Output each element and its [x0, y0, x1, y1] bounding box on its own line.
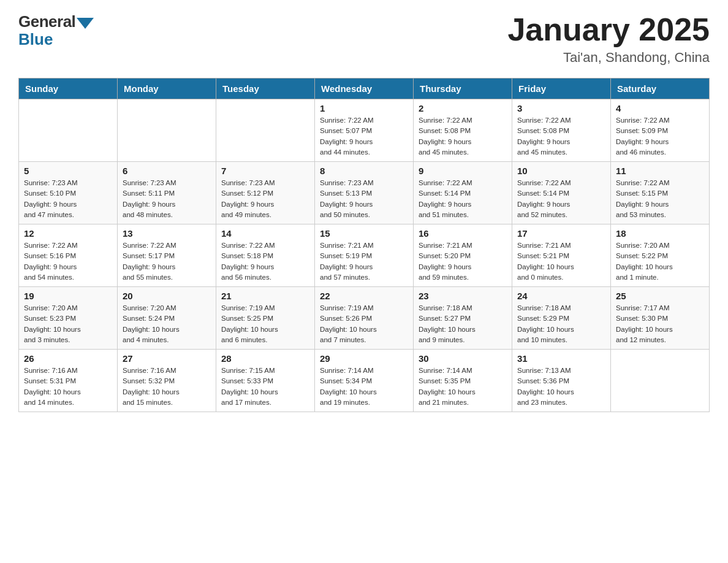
calendar-cell: 7Sunrise: 7:23 AMSunset: 5:12 PMDaylight… [216, 162, 315, 224]
day-info: Sunrise: 7:20 AMSunset: 5:24 PMDaylight:… [123, 303, 211, 345]
day-number: 20 [123, 291, 211, 301]
calendar-cell: 26Sunrise: 7:16 AMSunset: 5:31 PMDayligh… [19, 350, 118, 412]
logo: General Blue [18, 12, 94, 49]
day-info: Sunrise: 7:21 AMSunset: 5:20 PMDaylight:… [419, 240, 507, 283]
logo-triangle-icon [77, 18, 94, 29]
day-info: Sunrise: 7:14 AMSunset: 5:34 PMDaylight:… [320, 366, 408, 408]
day-info: Sunrise: 7:17 AMSunset: 5:30 PMDaylight:… [616, 303, 704, 345]
day-number: 29 [320, 353, 408, 364]
day-info: Sunrise: 7:23 AMSunset: 5:12 PMDaylight:… [221, 178, 309, 220]
day-number: 12 [24, 228, 112, 239]
calendar-cell: 31Sunrise: 7:13 AMSunset: 5:36 PMDayligh… [512, 350, 611, 412]
day-info: Sunrise: 7:23 AMSunset: 5:10 PMDaylight:… [24, 178, 112, 220]
day-number: 6 [123, 166, 211, 176]
calendar-table: SundayMondayTuesdayWednesdayThursdayFrid… [18, 78, 710, 412]
day-info: Sunrise: 7:23 AMSunset: 5:13 PMDaylight:… [320, 178, 408, 220]
day-info: Sunrise: 7:16 AMSunset: 5:31 PMDaylight:… [24, 366, 112, 408]
calendar-header-row: SundayMondayTuesdayWednesdayThursdayFrid… [19, 79, 710, 99]
calendar-cell: 9Sunrise: 7:22 AMSunset: 5:14 PMDaylight… [414, 162, 512, 224]
day-info: Sunrise: 7:22 AMSunset: 5:18 PMDaylight:… [221, 240, 309, 283]
day-number: 26 [24, 353, 112, 364]
day-number: 31 [517, 353, 605, 364]
calendar-cell: 5Sunrise: 7:23 AMSunset: 5:10 PMDaylight… [19, 162, 118, 224]
calendar-week-row: 19Sunrise: 7:20 AMSunset: 5:23 PMDayligh… [19, 287, 710, 350]
calendar-cell: 29Sunrise: 7:14 AMSunset: 5:34 PMDayligh… [315, 350, 414, 412]
day-info: Sunrise: 7:22 AMSunset: 5:14 PMDaylight:… [517, 178, 605, 220]
day-number: 27 [123, 353, 211, 364]
day-info: Sunrise: 7:22 AMSunset: 5:14 PMDaylight:… [419, 178, 507, 220]
logo-general-text: General [18, 12, 75, 31]
day-number: 13 [123, 228, 211, 239]
calendar-cell: 21Sunrise: 7:19 AMSunset: 5:25 PMDayligh… [216, 287, 315, 350]
day-info: Sunrise: 7:22 AMSunset: 5:07 PMDaylight:… [320, 115, 408, 158]
calendar-cell: 6Sunrise: 7:23 AMSunset: 5:11 PMDaylight… [118, 162, 216, 224]
logo-blue-text: Blue [18, 30, 53, 49]
calendar-cell: 8Sunrise: 7:23 AMSunset: 5:13 PMDaylight… [315, 162, 414, 224]
month-title: January 2025 [507, 12, 710, 47]
day-info: Sunrise: 7:13 AMSunset: 5:36 PMDaylight:… [517, 366, 605, 408]
day-number: 3 [517, 103, 605, 113]
column-header-tuesday: Tuesday [216, 79, 315, 99]
day-number: 4 [616, 103, 704, 113]
calendar-cell: 2Sunrise: 7:22 AMSunset: 5:08 PMDaylight… [414, 99, 512, 162]
day-info: Sunrise: 7:22 AMSunset: 5:09 PMDaylight:… [616, 115, 704, 158]
day-info: Sunrise: 7:23 AMSunset: 5:11 PMDaylight:… [123, 178, 211, 220]
column-header-sunday: Sunday [19, 79, 118, 99]
column-header-thursday: Thursday [414, 79, 512, 99]
calendar-cell: 27Sunrise: 7:16 AMSunset: 5:32 PMDayligh… [118, 350, 216, 412]
day-info: Sunrise: 7:20 AMSunset: 5:22 PMDaylight:… [616, 240, 704, 283]
day-info: Sunrise: 7:18 AMSunset: 5:27 PMDaylight:… [419, 303, 507, 345]
day-number: 22 [320, 291, 408, 301]
day-number: 23 [419, 291, 507, 301]
calendar-cell: 28Sunrise: 7:15 AMSunset: 5:33 PMDayligh… [216, 350, 315, 412]
calendar-cell [216, 99, 315, 162]
day-number: 9 [419, 166, 507, 176]
day-info: Sunrise: 7:22 AMSunset: 5:08 PMDaylight:… [517, 115, 605, 158]
day-number: 28 [221, 353, 309, 364]
calendar-cell: 24Sunrise: 7:18 AMSunset: 5:29 PMDayligh… [512, 287, 611, 350]
day-number: 30 [419, 353, 507, 364]
day-number: 19 [24, 291, 112, 301]
calendar-week-row: 26Sunrise: 7:16 AMSunset: 5:31 PMDayligh… [19, 350, 710, 412]
day-number: 24 [517, 291, 605, 301]
day-number: 25 [616, 291, 704, 301]
calendar-cell: 15Sunrise: 7:21 AMSunset: 5:19 PMDayligh… [315, 224, 414, 287]
calendar-cell: 20Sunrise: 7:20 AMSunset: 5:24 PMDayligh… [118, 287, 216, 350]
day-info: Sunrise: 7:20 AMSunset: 5:23 PMDaylight:… [24, 303, 112, 345]
column-header-friday: Friday [512, 79, 611, 99]
calendar-cell: 3Sunrise: 7:22 AMSunset: 5:08 PMDaylight… [512, 99, 611, 162]
day-info: Sunrise: 7:22 AMSunset: 5:17 PMDaylight:… [123, 240, 211, 283]
calendar-cell [19, 99, 118, 162]
calendar-cell: 4Sunrise: 7:22 AMSunset: 5:09 PMDaylight… [611, 99, 710, 162]
calendar-cell: 16Sunrise: 7:21 AMSunset: 5:20 PMDayligh… [414, 224, 512, 287]
day-info: Sunrise: 7:15 AMSunset: 5:33 PMDaylight:… [221, 366, 309, 408]
calendar-cell: 25Sunrise: 7:17 AMSunset: 5:30 PMDayligh… [611, 287, 710, 350]
calendar-week-row: 12Sunrise: 7:22 AMSunset: 5:16 PMDayligh… [19, 224, 710, 287]
day-info: Sunrise: 7:22 AMSunset: 5:08 PMDaylight:… [419, 115, 507, 158]
day-info: Sunrise: 7:21 AMSunset: 5:19 PMDaylight:… [320, 240, 408, 283]
calendar-cell [611, 350, 710, 412]
calendar-cell: 19Sunrise: 7:20 AMSunset: 5:23 PMDayligh… [19, 287, 118, 350]
calendar-cell: 12Sunrise: 7:22 AMSunset: 5:16 PMDayligh… [19, 224, 118, 287]
day-number: 7 [221, 166, 309, 176]
day-number: 8 [320, 166, 408, 176]
page-header: General Blue January 2025 Tai'an, Shando… [18, 12, 710, 66]
column-header-wednesday: Wednesday [315, 79, 414, 99]
day-info: Sunrise: 7:22 AMSunset: 5:16 PMDaylight:… [24, 240, 112, 283]
calendar-cell [118, 99, 216, 162]
day-info: Sunrise: 7:19 AMSunset: 5:26 PMDaylight:… [320, 303, 408, 345]
calendar-cell: 23Sunrise: 7:18 AMSunset: 5:27 PMDayligh… [414, 287, 512, 350]
day-number: 17 [517, 228, 605, 239]
calendar-week-row: 5Sunrise: 7:23 AMSunset: 5:10 PMDaylight… [19, 162, 710, 224]
calendar-cell: 1Sunrise: 7:22 AMSunset: 5:07 PMDaylight… [315, 99, 414, 162]
day-number: 21 [221, 291, 309, 301]
title-block: January 2025 Tai'an, Shandong, China [507, 12, 710, 66]
day-info: Sunrise: 7:14 AMSunset: 5:35 PMDaylight:… [419, 366, 507, 408]
calendar-cell: 10Sunrise: 7:22 AMSunset: 5:14 PMDayligh… [512, 162, 611, 224]
day-number: 11 [616, 166, 704, 176]
column-header-saturday: Saturday [611, 79, 710, 99]
column-header-monday: Monday [118, 79, 216, 99]
calendar-cell: 11Sunrise: 7:22 AMSunset: 5:15 PMDayligh… [611, 162, 710, 224]
day-info: Sunrise: 7:21 AMSunset: 5:21 PMDaylight:… [517, 240, 605, 283]
day-number: 18 [616, 228, 704, 239]
